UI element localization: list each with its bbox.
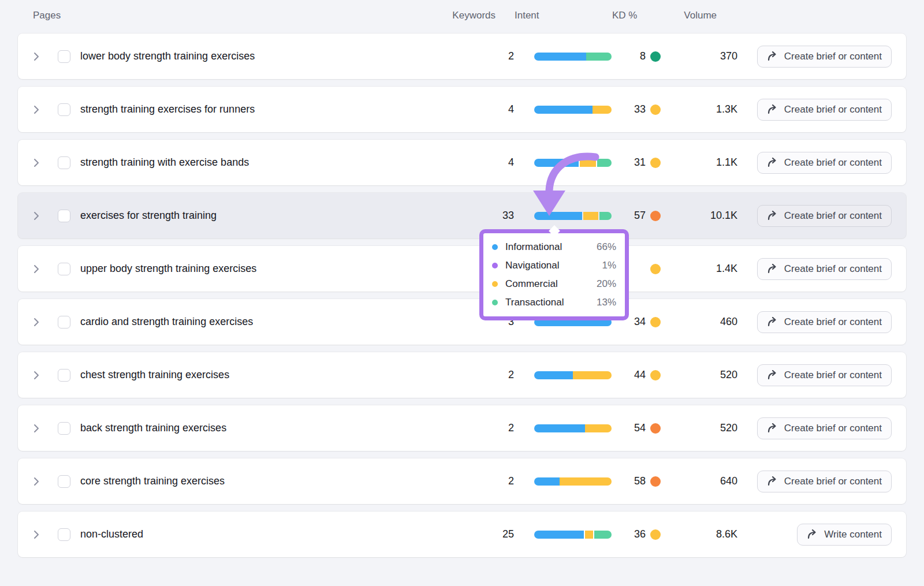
table-row[interactable]: strength training with exercise bands 4 … — [18, 140, 906, 185]
kd-value: 8 — [631, 50, 646, 62]
create-content-button[interactable]: Create brief or content — [757, 471, 892, 492]
table-row[interactable]: back strength training exercises 2 54 52… — [18, 405, 906, 451]
page-title: upper body strength training exercises — [80, 263, 479, 275]
tooltip-row-commercial: Commercial 20% — [492, 275, 616, 293]
intent-segment — [534, 531, 584, 539]
table-row[interactable]: chest strength training exercises 2 44 5… — [18, 352, 906, 398]
pages-table: lower body strength training exercises 2… — [0, 33, 924, 557]
action-cell: Create brief or content — [737, 364, 892, 386]
create-content-button[interactable]: Create brief or content — [757, 152, 892, 174]
table-row[interactable]: strength training exercises for runners … — [18, 87, 906, 132]
expand-chevron-icon[interactable] — [29, 318, 43, 327]
kd-dot — [650, 104, 661, 115]
action-cell: Write content — [737, 524, 892, 546]
kd-value: 31 — [631, 156, 646, 169]
create-content-button[interactable]: Create brief or content — [757, 205, 892, 227]
expand-chevron-icon[interactable] — [29, 52, 43, 61]
row-checkbox[interactable] — [58, 263, 70, 275]
create-content-button[interactable]: Create brief or content — [757, 258, 892, 280]
action-button-label: Create brief or content — [784, 263, 882, 275]
volume-value: 640 — [678, 475, 737, 487]
kd-value: 36 — [631, 528, 646, 540]
expand-chevron-icon[interactable] — [29, 264, 43, 274]
page-title: lower body strength training exercises — [80, 50, 479, 62]
row-checkbox[interactable] — [58, 475, 70, 488]
intent-segment — [534, 106, 593, 114]
column-header-intent: Intent — [515, 10, 539, 21]
table-row[interactable]: lower body strength training exercises 2… — [18, 33, 906, 79]
expand-chevron-icon[interactable] — [29, 105, 43, 114]
action-button-label: Write content — [824, 529, 882, 540]
action-button-label: Create brief or content — [784, 369, 882, 381]
kd-value: 58 — [631, 475, 646, 487]
table-row[interactable]: non-clustered 25 36 8.6K Write content — [18, 512, 906, 557]
keywords-count: 4 — [479, 103, 514, 115]
expand-chevron-icon[interactable] — [29, 158, 43, 167]
intent-bar[interactable] — [534, 531, 612, 539]
tooltip-label: Navigational — [505, 260, 560, 271]
navigational-dot-icon — [492, 263, 498, 268]
expand-chevron-icon[interactable] — [29, 477, 43, 486]
forward-arrow-icon — [767, 51, 778, 62]
action-button-label: Create brief or content — [784, 210, 882, 222]
page-title: non-clustered — [80, 528, 479, 540]
row-checkbox[interactable] — [58, 156, 70, 169]
table-row[interactable]: exercises for strength training 33 57 10… — [18, 193, 906, 238]
intent-bar[interactable] — [534, 477, 612, 486]
create-content-button[interactable]: Create brief or content — [757, 99, 892, 121]
create-content-button[interactable]: Create brief or content — [757, 364, 892, 386]
kd-dot — [650, 264, 661, 274]
table-row[interactable]: core strength training exercises 2 58 64… — [18, 458, 906, 504]
create-content-button[interactable]: Create brief or content — [757, 46, 892, 68]
table-row[interactable]: cardio and strength training exercises 3… — [18, 299, 906, 345]
row-checkbox[interactable] — [58, 369, 70, 382]
create-content-button[interactable]: Write content — [797, 524, 892, 546]
create-content-button[interactable]: Create brief or content — [757, 417, 892, 439]
intent-segment — [534, 212, 582, 220]
forward-arrow-icon — [807, 529, 818, 540]
tooltip-value: 13% — [597, 297, 616, 308]
create-content-button[interactable]: Create brief or content — [757, 311, 892, 333]
intent-segment — [597, 159, 612, 167]
expand-chevron-icon[interactable] — [29, 371, 43, 380]
expand-chevron-icon[interactable] — [29, 211, 43, 221]
kd-cell — [631, 264, 678, 274]
table-row[interactable]: upper body strength training exercises 1… — [18, 246, 906, 292]
expand-chevron-icon[interactable] — [29, 424, 43, 433]
row-checkbox[interactable] — [58, 210, 70, 222]
intent-segment — [585, 424, 612, 432]
action-cell: Create brief or content — [737, 311, 892, 333]
intent-bar[interactable] — [534, 159, 612, 167]
action-button-label: Create brief or content — [784, 51, 882, 62]
row-checkbox[interactable] — [58, 528, 70, 541]
tooltip-row-transactional: Transactional 13% — [492, 293, 616, 312]
kd-dot — [650, 529, 661, 540]
row-checkbox[interactable] — [58, 50, 70, 63]
kd-cell: 54 — [631, 422, 678, 434]
intent-bar[interactable] — [534, 212, 612, 220]
intent-bar[interactable] — [534, 106, 612, 114]
tooltip-value: 1% — [602, 260, 616, 271]
keywords-count: 2 — [479, 50, 514, 62]
kd-cell: 31 — [631, 156, 678, 169]
intent-bar[interactable] — [534, 424, 612, 432]
tooltip-label: Commercial — [505, 278, 558, 290]
intent-segment — [534, 371, 573, 379]
forward-arrow-icon — [767, 104, 778, 115]
intent-bar[interactable] — [534, 371, 612, 379]
forward-arrow-icon — [767, 211, 778, 221]
expand-chevron-icon[interactable] — [29, 530, 43, 539]
volume-value: 1.3K — [678, 103, 737, 115]
page-title: cardio and strength training exercises — [80, 316, 479, 328]
kd-cell: 44 — [631, 369, 678, 381]
kd-dot — [650, 317, 661, 327]
action-cell: Create brief or content — [737, 99, 892, 121]
action-cell: Create brief or content — [737, 258, 892, 280]
kd-dot — [650, 158, 661, 168]
row-checkbox[interactable] — [58, 316, 70, 329]
intent-bar[interactable] — [534, 53, 612, 61]
kd-value: 44 — [631, 369, 646, 381]
tooltip-value: 20% — [597, 278, 616, 290]
row-checkbox[interactable] — [58, 103, 70, 116]
row-checkbox[interactable] — [58, 422, 70, 435]
